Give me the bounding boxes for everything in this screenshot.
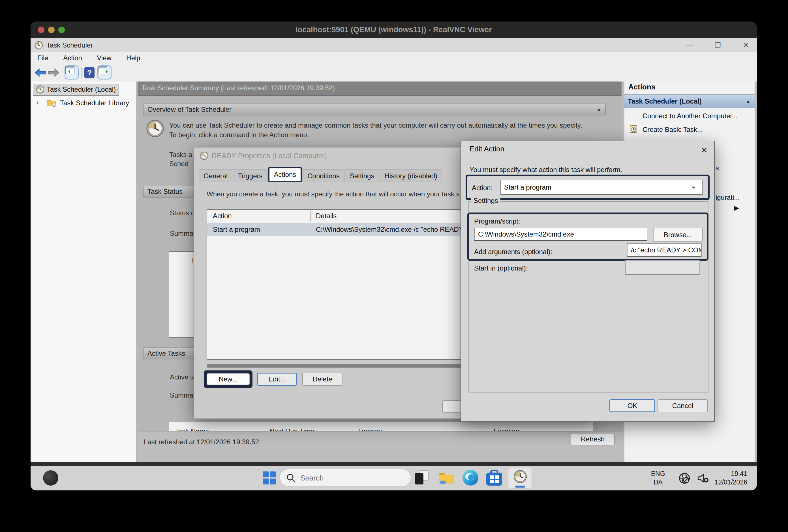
add-arguments-label: Add arguments (optional): [474,247,552,257]
language-line-1: ENG [651,470,665,478]
file-explorer-icon[interactable] [438,470,455,486]
overview-collapse-icon[interactable]: ▲ [596,104,602,115]
add-arguments-input[interactable]: /c "echo READY > COM1" [627,243,702,257]
menu-help[interactable]: Help [119,52,147,64]
action-item-fragment-tasks[interactable]: s [715,163,719,173]
new-button[interactable]: New... [206,373,250,385]
tray-time: 19.41 [704,470,747,478]
action-item-connect[interactable]: Connect to Another Computer... [643,111,737,121]
tree-item-task-scheduler-local[interactable]: Task Scheduler (Local) [33,84,119,96]
settings-group-label: Settings [471,197,500,204]
browse-button[interactable]: Browse... [653,228,703,242]
active-tasks-col-1: Next Run Time [270,425,314,431]
action-item-create-basic-task[interactable]: Create Basic Task... [643,124,703,135]
status-bar: Last refreshed at 12/01/2026 19.39.52 Re… [138,432,622,462]
tab-general[interactable]: General [199,170,232,182]
search-icon [286,473,296,483]
active-tasks-col-3: Location [494,425,519,431]
menu-view[interactable]: View [90,52,118,64]
refresh-button[interactable]: Refresh [571,433,615,446]
actions-group-label: Task Scheduler (Local) [628,97,702,105]
view-submenu-expand-icon[interactable]: ▶ [734,204,739,212]
overview-text: You can use Task Scheduler to create and… [169,121,585,140]
tab-actions[interactable]: Actions [268,167,302,182]
actions-group-collapse-icon[interactable]: ▲ [746,95,751,108]
task-scheduler-titlebar[interactable]: Task Scheduler — ❐ ✕ [31,38,757,53]
action-pane-toggle-button[interactable] [97,65,112,80]
taskbar-app-dark-circle-icon[interactable] [43,470,58,486]
active-app-indicator [515,486,525,488]
action-pane-icon [98,66,107,74]
chevron-down-icon[interactable]: ⌄ [690,180,697,193]
start-in-input[interactable] [625,260,700,275]
window-restore-button[interactable]: ❐ [711,38,725,52]
edge-browser-icon[interactable] [462,470,478,486]
tab-history[interactable]: History (disabled) [379,170,442,182]
close-icon[interactable]: ✕ [696,144,712,157]
network-offline-icon[interactable] [678,472,691,485]
vnc-titlebar[interactable]: localhost:5901 (QEMU (windows11)) - Real… [31,21,757,38]
window-close-button[interactable]: ✕ [739,38,753,52]
forward-button-icon[interactable] [48,68,59,77]
overview-section-bar[interactable]: Overview of Task Scheduler ▲ [143,103,606,116]
search-box[interactable] [280,469,411,487]
back-button-icon[interactable] [35,68,46,77]
task-view-icon[interactable] [414,470,430,486]
window-minimize-button[interactable]: — [683,38,696,52]
menu-file[interactable]: File [31,52,55,64]
edit-action-description: You must specify what action this task w… [470,165,622,175]
action-item-fragment-configuration[interactable]: igurati... [715,193,740,203]
action-label: Action: [472,183,492,193]
vnc-viewer-window: localhost:5901 (QEMU (windows11)) - Real… [31,21,757,491]
active-tasks-col-0: Task Name [175,425,209,431]
last-refreshed-text: Last refreshed at 12/01/2026 19.39.52 [144,437,259,447]
program-script-input[interactable]: C:\Windows\System32\cmd.exe [474,228,647,241]
menu-bar: File Action View Help [31,52,757,64]
action-select[interactable]: Start a program ⌄ [500,180,703,195]
tab-settings[interactable]: Settings [345,170,379,182]
edit-button[interactable]: Edit... [257,373,297,386]
program-script-highlight: Program/script: C:\Windows\System32\cmd.… [467,213,708,261]
tab-conditions[interactable]: Conditions [302,170,344,182]
windows-desktop: Task Scheduler — ❐ ✕ File Action View He… [31,38,757,491]
console-tree-toggle-button[interactable] [64,65,79,80]
task-scheduler-taskbar-button-active[interactable] [508,467,532,489]
action-row-action: Start a program [213,223,260,236]
delete-button[interactable]: Delete [302,373,342,386]
console-tree-pane: Task Scheduler (Local) › Task Scheduler … [31,81,136,462]
task-scheduler-app-icon [35,41,43,50]
language-indicator[interactable]: ENG DA [651,470,665,487]
ok-button[interactable]: OK [609,399,655,412]
ready-dialog-icon [200,151,208,160]
toolbar: ? [31,64,757,82]
col-details[interactable]: Details [316,210,337,222]
tray-date: 12/01/2026 [704,478,747,487]
new-button-highlight: New... [204,370,253,388]
clock-tray[interactable]: 19.41 12/01/2026 [704,470,747,487]
search-input[interactable] [300,471,403,485]
create-basic-task-icon [629,124,638,134]
program-script-label: Program/script: [474,216,520,226]
action-row-highlight: Action: Start a program ⌄ [466,175,710,200]
tree-item-task-scheduler-library[interactable]: Task Scheduler Library [36,97,129,109]
tree-root-label: Task Scheduler (Local) [47,85,116,93]
edit-action-title: Edit Action [470,144,505,153]
active-tasks-col-2: Triggers [358,425,382,431]
menu-action[interactable]: Action [56,52,89,64]
help-icon[interactable]: ? [84,67,95,78]
column-divider[interactable] [310,211,311,221]
tasks-text-fragment-1: Tasks a [169,150,192,160]
actions-group-header[interactable]: Task Scheduler (Local) ▲ [625,95,754,108]
screen-root: { "vnc": { "title": "localhost:5901 (QEM… [0,0,788,532]
col-action[interactable]: Action [213,210,232,222]
language-line-2: DA [651,478,665,487]
edit-action-dialog: Edit Action ✕ You must specify what acti… [460,141,715,422]
active-tasks-table[interactable]: Task Name Next Run Time Triggers Locatio… [169,422,593,431]
tab-triggers[interactable]: Triggers [233,170,267,182]
microsoft-store-icon[interactable] [486,470,502,486]
active-tasks-label: Active Tasks [147,350,185,357]
vnc-window-title: localhost:5901 (QEMU (windows11)) - Real… [31,21,757,38]
cancel-button[interactable]: Cancel [657,399,708,412]
task-scheduler-title: Task Scheduler [46,38,93,52]
start-button[interactable] [263,471,276,485]
